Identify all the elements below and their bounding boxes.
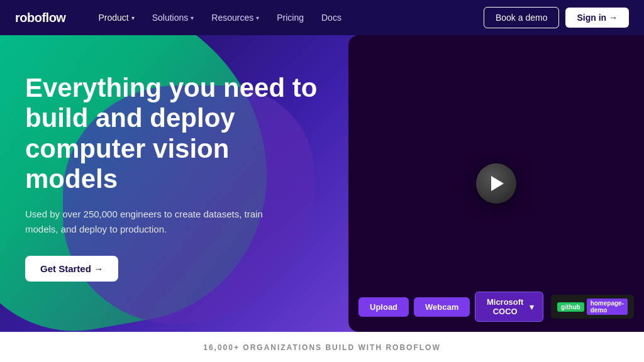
dataset-selector[interactable]: Microsoft COCO ▾ [475, 292, 543, 322]
hero-section: Everything you need to build and deploy … [0, 35, 644, 332]
chevron-down-icon: ▾ [131, 14, 135, 21]
github-badge[interactable]: github homepage-demo [551, 295, 634, 319]
play-icon [491, 176, 504, 191]
nav-item-product[interactable]: Product ▾ [91, 9, 142, 26]
nav-actions: Book a demo Sign in → [484, 7, 629, 28]
chevron-down-icon: ▾ [191, 14, 194, 21]
bottom-bar: 16,000+ ORGANIZATIONS BUILD WITH ROBOFLO… [0, 332, 644, 362]
logo[interactable]: roboflow [15, 11, 65, 25]
hero-subtitle: Used by over 250,000 engineers to create… [25, 207, 264, 237]
hero-content: Everything you need to build and deploy … [25, 73, 327, 282]
nav-item-solutions[interactable]: Solutions ▾ [145, 9, 202, 26]
hero-title: Everything you need to build and deploy … [25, 73, 327, 194]
github-demo-label: homepage-demo [587, 299, 628, 315]
get-started-button[interactable]: Get Started → [25, 256, 118, 282]
navbar: roboflow Product ▾ Solutions ▾ Resources… [0, 0, 644, 35]
video-controls-bar: Upload Webcam Microsoft COCO ▾ github ho… [348, 287, 644, 327]
organizations-text: 16,000+ ORGANIZATIONS BUILD WITH ROBOFLO… [203, 343, 440, 352]
book-demo-button[interactable]: Book a demo [484, 7, 560, 28]
webcam-button[interactable]: Webcam [414, 297, 470, 317]
sign-in-button[interactable]: Sign in → [565, 8, 629, 28]
chevron-down-icon: ▾ [530, 302, 534, 312]
nav-links: Product ▾ Solutions ▾ Resources ▾ Pricin… [91, 9, 484, 26]
chevron-down-icon: ▾ [256, 14, 259, 21]
github-label: github [557, 302, 584, 312]
upload-button[interactable]: Upload [358, 297, 409, 317]
play-button[interactable] [476, 163, 516, 204]
nav-item-docs[interactable]: Docs [314, 9, 349, 26]
nav-item-pricing[interactable]: Pricing [269, 9, 311, 26]
nav-item-resources[interactable]: Resources ▾ [204, 9, 267, 26]
